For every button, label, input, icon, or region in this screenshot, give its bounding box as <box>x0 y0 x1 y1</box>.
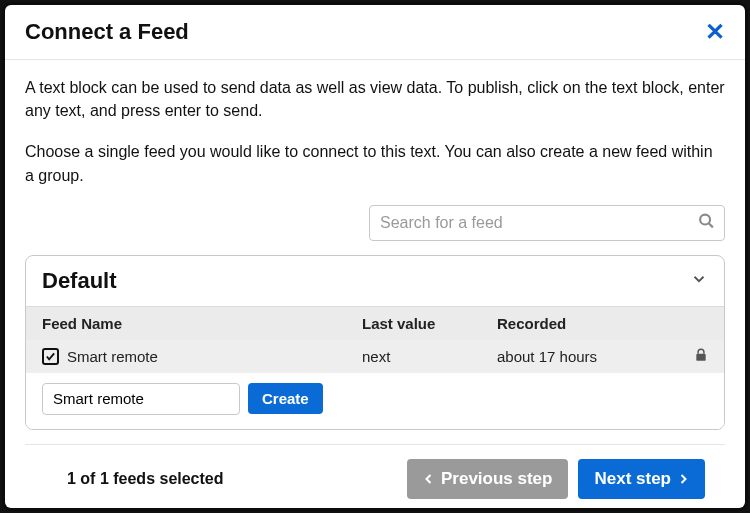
new-feed-input[interactable] <box>42 383 240 415</box>
next-step-label: Next step <box>594 469 671 489</box>
chevron-left-icon <box>423 473 435 485</box>
svg-rect-2 <box>696 354 705 361</box>
svg-line-1 <box>709 223 713 227</box>
group-header[interactable]: Default <box>26 256 724 306</box>
search-input[interactable] <box>369 205 725 241</box>
table-row[interactable]: Smart remote next about 17 hours <box>26 340 724 373</box>
search-row <box>25 205 725 241</box>
col-header-recorded: Recorded <box>497 315 684 332</box>
description-1: A text block can be used to send data as… <box>25 76 725 122</box>
modal-footer: 1 of 1 feeds selected Previous step Next… <box>25 444 725 508</box>
selection-status: 1 of 1 feeds selected <box>45 470 224 488</box>
description-2: Choose a single feed you would like to c… <box>25 140 725 186</box>
col-header-name: Feed Name <box>42 315 362 332</box>
chevron-down-icon <box>690 270 708 292</box>
previous-step-label: Previous step <box>441 469 553 489</box>
group-title: Default <box>42 268 117 294</box>
table-header: Feed Name Last value Recorded <box>26 306 724 340</box>
create-button[interactable]: Create <box>248 383 323 414</box>
previous-step-button[interactable]: Previous step <box>407 459 569 499</box>
search-icon <box>698 212 715 233</box>
next-step-button[interactable]: Next step <box>578 459 705 499</box>
svg-point-0 <box>700 214 710 224</box>
feed-name: Smart remote <box>67 348 158 365</box>
modal-header: Connect a Feed ✕ <box>5 5 745 60</box>
close-icon[interactable]: ✕ <box>705 20 725 44</box>
connect-feed-modal: Connect a Feed ✕ A text block can be use… <box>5 5 745 508</box>
footer-actions: Previous step Next step <box>407 459 705 499</box>
create-feed-row: Create <box>26 373 724 429</box>
feed-checkbox[interactable] <box>42 348 59 365</box>
modal-title: Connect a Feed <box>25 19 189 45</box>
modal-body: A text block can be used to send data as… <box>5 60 745 508</box>
chevron-right-icon <box>677 473 689 485</box>
col-header-lock <box>684 315 708 332</box>
feed-group-panel: Default Feed Name Last value Recorded <box>25 255 725 430</box>
feed-last-value: next <box>362 348 497 365</box>
col-header-last: Last value <box>362 315 497 332</box>
feed-recorded: about 17 hours <box>497 348 684 365</box>
lock-icon <box>694 348 708 365</box>
search-wrap <box>369 205 725 241</box>
